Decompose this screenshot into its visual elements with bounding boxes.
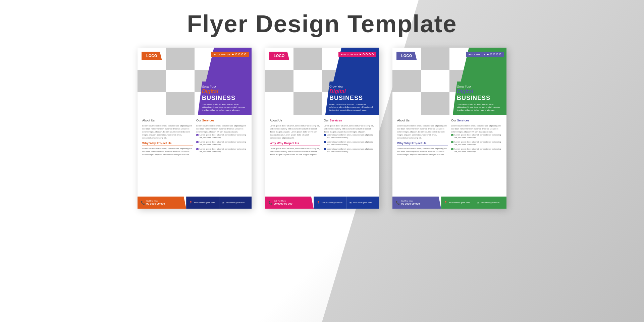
- location-icon: 📍: [444, 201, 447, 204]
- flyer-1: LOGO FOLLOW US ▶ Grow Your Digital BUSIN…: [138, 48, 252, 209]
- flyer-2-footer-info: 📍 Your location gose here ✉ Your email g…: [314, 197, 379, 209]
- flyer-2-header: LOGO FOLLOW US ▶ Grow Your Digital BUSIN…: [265, 48, 379, 115]
- service-item: ✓ Lorem ipsum dolor sit amet, consectetu…: [324, 141, 374, 146]
- page-title: Flyer Design Template: [0, 0, 644, 48]
- check-icon: ✓: [324, 141, 326, 143]
- check-icon: ✓: [324, 148, 326, 150]
- flyer-2-logo: LOGO: [269, 52, 289, 60]
- flyer-3-header: LOGO FOLLOW US ▶ Grow Your Digital BUSIN…: [392, 48, 506, 115]
- service-item: ✓ Lorem ipsum dolor sit amet, consectetu…: [451, 148, 502, 153]
- phone-icon: 📞: [268, 201, 272, 205]
- flyer-3: LOGO FOLLOW US ▶ Grow Your Digital BUSIN…: [392, 48, 506, 209]
- email-icon: ✉: [222, 201, 224, 204]
- flyer-1-headline: Grow Your Digital BUSINESS Lorem ipsum d…: [198, 82, 252, 115]
- service-item: ✓ Lorem ipsum dolor sit amet, consectetu…: [196, 133, 247, 139]
- flyer-1-footer-info: 📍 Your location gose here ✉ Your email g…: [186, 197, 252, 209]
- flyer-1-call: 📞 Call For More 00 0000 00 000: [138, 197, 186, 209]
- flyer-1-email: ✉ Your email gose here: [219, 197, 252, 209]
- phone-icon: 📞: [396, 201, 400, 205]
- check-icon: ✓: [451, 141, 453, 143]
- flyer-3-about: About Us Lorem ipsum dolor sit amet, con…: [397, 119, 448, 140]
- check-icon: ✓: [196, 148, 199, 150]
- follow-dots-2: [363, 53, 374, 55]
- check-icon: ✓: [196, 141, 199, 143]
- flyer-2-body: About Us Lorem ipsum dolor sit amet, con…: [265, 115, 379, 189]
- flyer-3-footer-info: 📍 Your location gose here ✉ Your email g…: [441, 197, 506, 209]
- flyer-3-headline: Grow Your Digital BUSINESS Lorem ipsum d…: [453, 82, 506, 115]
- flyer-3-body: About Us Lorem ipsum dolor sit amet, con…: [392, 115, 506, 189]
- flyer-2-footer: 📞 Call For More 00 0000 00 000 📍 Your lo…: [265, 197, 379, 209]
- flyer-2-call: 📞 Call For More 00 0000 00 000: [265, 197, 314, 209]
- flyer-2-email: ✉ Your email gose here: [346, 197, 379, 209]
- flyer-3-logo: LOGO: [396, 52, 417, 60]
- flyer-3-call: 📞 Call For More 00 0000 00 000: [392, 197, 441, 209]
- email-icon: ✉: [477, 201, 479, 204]
- flyer-3-right: Our Services Lorem ipsum dolor sit amet,…: [451, 119, 502, 189]
- flyer-2: LOGO FOLLOW US ▶ Grow Your Digital BUSIN…: [265, 48, 379, 209]
- flyer-2-why: Why Why Project Us Lorem ipsum dolor sit…: [270, 142, 320, 156]
- flyer-1-why: Why Why Project Us Lorem ipsum dolor sit…: [142, 142, 193, 156]
- flyer-1-location: 📍 Your location gose here: [186, 197, 219, 209]
- flyer-2-location: 📍 Your location gose here: [314, 197, 346, 209]
- flyers-container: LOGO FOLLOW US ▶ Grow Your Digital BUSIN…: [0, 48, 644, 209]
- check-icon: ✓: [451, 148, 453, 150]
- phone-icon: 📞: [141, 201, 145, 205]
- service-item: ✓ Lorem ipsum dolor sit amet, consectetu…: [451, 133, 502, 139]
- flyer-2-follow-bar: FOLLOW US ▶: [338, 52, 376, 57]
- flyer-3-email: ✉ Your email gose here: [474, 197, 507, 209]
- flyer-1-footer: 📞 Call For More 00 0000 00 000 📍 Your lo…: [138, 197, 252, 209]
- email-icon: ✉: [350, 201, 352, 204]
- flyer-3-footer: 📞 Call For More 00 0000 00 000 📍 Your lo…: [392, 197, 506, 209]
- flyer-1-right: Our Services Lorem ipsum dolor sit amet,…: [196, 119, 247, 189]
- flyer-1-logo: LOGO: [142, 52, 162, 60]
- flyer-2-headline: Grow Your Digital BUSINESS Lorem ipsum d…: [325, 82, 379, 115]
- location-icon: 📍: [189, 201, 193, 204]
- check-icon: ✓: [196, 134, 199, 136]
- flyer-2-left: About Us Lorem ipsum dolor sit amet, con…: [270, 119, 320, 189]
- service-item: ✓ Lorem ipsum dolor sit amet, consectetu…: [196, 148, 247, 153]
- service-item: ✓ Lorem ipsum dolor sit amet, consectetu…: [324, 133, 374, 139]
- flyer-1-about: About Us Lorem ipsum dolor sit amet, con…: [142, 119, 193, 140]
- service-item: ✓ Lorem ipsum dolor sit amet, consectetu…: [324, 148, 374, 153]
- check-icon: ✓: [324, 134, 326, 136]
- flyer-1-follow-bar: FOLLOW US ▶: [211, 52, 249, 57]
- flyer-1-left: About Us Lorem ipsum dolor sit amet, con…: [142, 119, 193, 189]
- follow-dots-1: [235, 53, 246, 55]
- location-icon: 📍: [317, 201, 320, 204]
- flyer-3-why: Why Why Project Us Lorem ipsum dolor sit…: [397, 142, 448, 156]
- follow-dots-3: [490, 53, 501, 55]
- service-item: ✓ Lorem ipsum dolor sit amet, consectetu…: [451, 141, 502, 146]
- flyer-3-location: 📍 Your location gose here: [441, 197, 474, 209]
- check-icon: ✓: [451, 134, 453, 136]
- flyer-1-body: About Us Lorem ipsum dolor sit amet, con…: [138, 115, 252, 189]
- flyer-3-follow-bar: FOLLOW US ▶: [466, 52, 504, 57]
- flyer-1-header: LOGO FOLLOW US ▶ Grow Your Digital BUSIN…: [138, 48, 252, 115]
- flyer-3-left: About Us Lorem ipsum dolor sit amet, con…: [397, 119, 448, 189]
- flyer-2-about: About Us Lorem ipsum dolor sit amet, con…: [270, 119, 320, 140]
- flyer-2-right: Our Services Lorem ipsum dolor sit amet,…: [324, 119, 374, 189]
- service-item: ✓ Lorem ipsum dolor sit amet, consectetu…: [196, 141, 247, 146]
